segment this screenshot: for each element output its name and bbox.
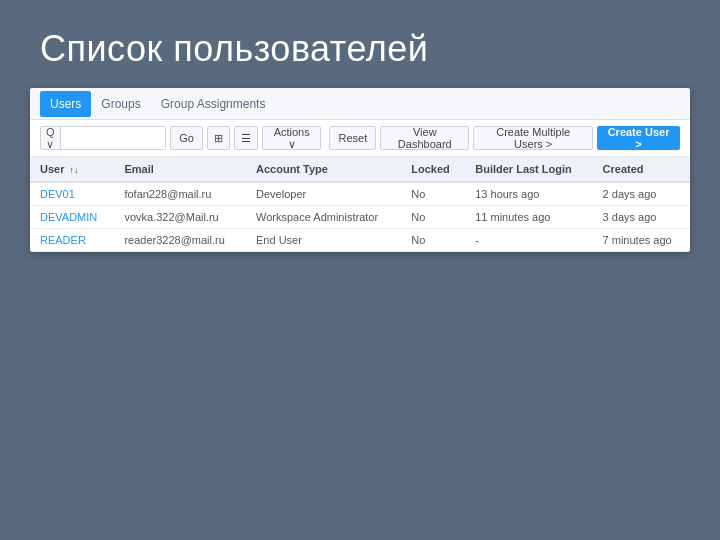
- col-header-builder-last-login: Builder Last Login: [465, 157, 592, 182]
- cell-account-type: Workspace Administrator: [246, 206, 401, 229]
- cell-locked: No: [401, 182, 465, 206]
- cell-email: reader3228@mail.ru: [114, 229, 246, 252]
- users-panel: Users Groups Group Assignments Q ∨ Go ⊞ …: [30, 88, 690, 252]
- toolbar: Q ∨ Go ⊞ ☰ Actions ∨ Reset View Dashboar…: [30, 120, 690, 157]
- cell-email: fofan228@mail.ru: [114, 182, 246, 206]
- user-sort-icon: ↑↓: [70, 165, 79, 175]
- cell-builder-last-login: -: [465, 229, 592, 252]
- tab-users[interactable]: Users: [40, 91, 91, 117]
- grid-view-button[interactable]: ⊞: [207, 126, 230, 150]
- table-row: DEV01fofan228@mail.ruDeveloperNo13 hours…: [30, 182, 690, 206]
- cell-user[interactable]: DEV01: [30, 182, 114, 206]
- cell-locked: No: [401, 206, 465, 229]
- view-dashboard-button[interactable]: View Dashboard: [380, 126, 469, 150]
- tab-groups[interactable]: Groups: [91, 91, 150, 117]
- create-multiple-users-button[interactable]: Create Multiple Users >: [473, 126, 593, 150]
- cell-created: 3 days ago: [593, 206, 690, 229]
- col-header-created: Created: [593, 157, 690, 182]
- create-user-button[interactable]: Create User >: [597, 126, 680, 150]
- table-row: READERreader3228@mail.ruEnd UserNo-7 min…: [30, 229, 690, 252]
- go-button[interactable]: Go: [170, 126, 203, 150]
- table-header-row: User ↑↓ Email Account Type Locked Builde…: [30, 157, 690, 182]
- table-row: DEVADMINvovka.322@Mail.ruWorkspace Admin…: [30, 206, 690, 229]
- cell-account-type: Developer: [246, 182, 401, 206]
- cell-created: 2 days ago: [593, 182, 690, 206]
- cell-user[interactable]: DEVADMIN: [30, 206, 114, 229]
- list-view-button[interactable]: ☰: [234, 126, 258, 150]
- cell-locked: No: [401, 229, 465, 252]
- col-header-user[interactable]: User ↑↓: [30, 157, 114, 182]
- search-wrap: Q ∨: [40, 126, 166, 150]
- search-input[interactable]: [61, 127, 167, 149]
- cell-builder-last-login: 13 hours ago: [465, 182, 592, 206]
- tab-group-assignments[interactable]: Group Assignments: [151, 91, 276, 117]
- cell-user[interactable]: READER: [30, 229, 114, 252]
- cell-account-type: End User: [246, 229, 401, 252]
- users-table: User ↑↓ Email Account Type Locked Builde…: [30, 157, 690, 252]
- reset-button[interactable]: Reset: [329, 126, 376, 150]
- tabs-bar: Users Groups Group Assignments: [30, 88, 690, 120]
- cell-builder-last-login: 11 minutes ago: [465, 206, 592, 229]
- col-header-locked: Locked: [401, 157, 465, 182]
- col-header-email: Email: [114, 157, 246, 182]
- search-type-selector[interactable]: Q ∨: [41, 127, 61, 149]
- page-title: Список пользователей: [0, 0, 720, 88]
- actions-button[interactable]: Actions ∨: [262, 126, 322, 150]
- cell-created: 7 minutes ago: [593, 229, 690, 252]
- col-header-account-type: Account Type: [246, 157, 401, 182]
- cell-email: vovka.322@Mail.ru: [114, 206, 246, 229]
